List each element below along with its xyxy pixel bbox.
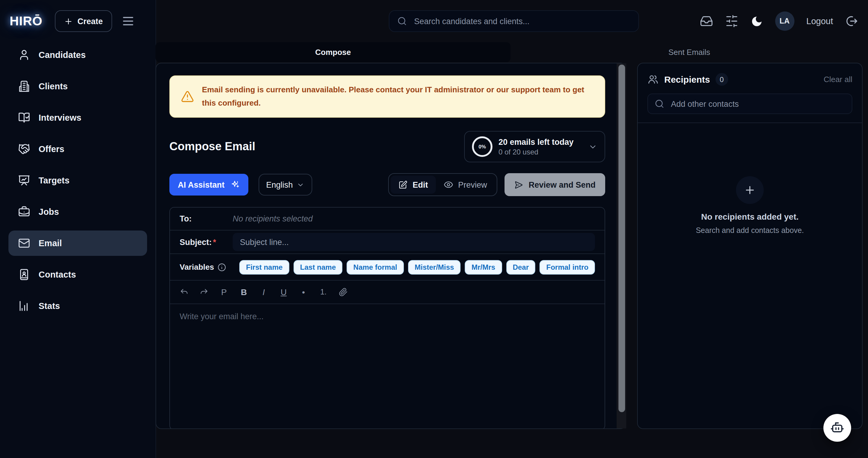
review-and-send-button[interactable]: Review and Send xyxy=(504,173,605,196)
robot-icon xyxy=(830,420,845,436)
redo-icon[interactable] xyxy=(196,284,212,300)
email-body-input[interactable] xyxy=(170,304,604,429)
variable-chip-formal-intro[interactable]: Formal intro xyxy=(540,260,595,274)
contacts-search[interactable] xyxy=(647,93,852,114)
handshake-icon xyxy=(18,143,30,155)
info-icon[interactable] xyxy=(218,263,226,271)
sidebar-item-label: Clients xyxy=(38,82,68,91)
recipients-empty-state: No recipients added yet. Search and add … xyxy=(638,123,862,235)
sidebar-item-targets[interactable]: Targets xyxy=(8,168,147,193)
language-dropdown[interactable]: English xyxy=(258,174,312,196)
sidebar-item-label: Jobs xyxy=(38,207,59,217)
sidebar-item-label: Email xyxy=(38,238,62,248)
sidebar-item-label: Targets xyxy=(38,176,70,185)
edit-tab[interactable]: Edit xyxy=(391,176,436,194)
bold-button[interactable]: B xyxy=(236,284,252,300)
app-logo[interactable]: HIRŌ xyxy=(10,14,42,28)
preview-tab-label: Preview xyxy=(458,180,487,189)
menu-icon[interactable] xyxy=(123,13,138,29)
variable-chip-mr-mrs[interactable]: Mr/Mrs xyxy=(465,260,502,274)
tab-compose[interactable]: Compose xyxy=(156,42,510,62)
create-button[interactable]: Create xyxy=(55,10,112,32)
mail-icon xyxy=(18,237,30,249)
undo-icon[interactable] xyxy=(176,284,192,300)
to-label: To: xyxy=(180,214,233,223)
clear-all-button[interactable]: Clear all xyxy=(824,75,852,84)
email-quota-card[interactable]: 0% 20 emails left today 0 of 20 used xyxy=(464,131,605,162)
bullet-list-button[interactable]: • xyxy=(296,284,312,300)
review-and-send-label: Review and Send xyxy=(529,180,595,189)
create-button-label: Create xyxy=(78,17,103,26)
global-search-input[interactable] xyxy=(413,16,630,26)
sidebar: HIRŌ Create Candidates Clients Interview… xyxy=(0,0,156,458)
title-row: Compose Email 0% 20 emails left today 0 … xyxy=(169,131,605,162)
attachment-paperclip-icon[interactable] xyxy=(335,284,351,300)
sidebar-item-label: Offers xyxy=(38,144,64,154)
brand-row: HIRŌ Create xyxy=(0,0,156,42)
compose-scrollbar-track[interactable] xyxy=(617,63,626,428)
search-icon xyxy=(397,16,407,26)
subject-input[interactable] xyxy=(233,233,595,251)
quota-subtitle: 0 of 20 used xyxy=(498,147,582,156)
search-icon xyxy=(655,99,664,109)
logout-icon[interactable] xyxy=(845,15,858,28)
variable-chip-last-name[interactable]: Last name xyxy=(293,260,343,274)
variable-chip-dear[interactable]: Dear xyxy=(506,260,535,274)
compose-panel: Email sending is currently unavailable. … xyxy=(156,63,626,429)
sidebar-item-interviews[interactable]: Interviews xyxy=(8,105,147,130)
assistant-bot-fab[interactable] xyxy=(824,414,851,442)
sidebar-item-label: Interviews xyxy=(38,113,82,122)
empty-state-title: No recipients added yet. xyxy=(701,212,799,222)
preview-tab[interactable]: Preview xyxy=(436,176,495,194)
plus-icon xyxy=(64,17,73,26)
warning-banner-text: Email sending is currently unavailable. … xyxy=(202,83,594,110)
email-form: To: No recipients selected Subject:* Var… xyxy=(169,207,605,429)
add-recipient-plus-icon[interactable] xyxy=(736,176,764,204)
inbox-icon[interactable] xyxy=(700,15,713,28)
ai-assistant-label: AI Assistant xyxy=(178,180,224,189)
avatar[interactable]: LA xyxy=(775,11,794,31)
compose-scrollbar-thumb[interactable] xyxy=(618,64,625,412)
language-value: English xyxy=(266,180,293,189)
sidebar-item-label: Stats xyxy=(38,301,60,311)
page-title: Compose Email xyxy=(169,140,255,153)
dark-mode-moon-icon[interactable] xyxy=(750,15,763,27)
sidebar-item-jobs[interactable]: Jobs xyxy=(8,199,147,225)
edit-tab-label: Edit xyxy=(412,180,428,189)
required-asterisk: * xyxy=(213,237,216,247)
global-search[interactable] xyxy=(389,10,639,32)
sidebar-item-clients[interactable]: Clients xyxy=(8,74,147,99)
quota-progress-ring: 0% xyxy=(472,136,493,157)
variables-label-wrap: Variables xyxy=(180,262,226,271)
chevron-down-icon xyxy=(297,181,304,189)
ordered-list-button[interactable]: 1. xyxy=(315,284,332,300)
ai-assistant-button[interactable]: AI Assistant xyxy=(169,174,248,196)
sidebar-nav: Candidates Clients Interviews Offers Tar… xyxy=(0,42,156,319)
sidebar-item-offers[interactable]: Offers xyxy=(8,136,147,162)
variable-chip-mister-miss[interactable]: Mister/Miss xyxy=(408,260,461,274)
italic-button[interactable]: I xyxy=(255,284,272,300)
underline-button[interactable]: U xyxy=(276,284,292,300)
eye-icon xyxy=(444,180,453,190)
sidebar-item-stats[interactable]: Stats xyxy=(8,293,147,319)
logout-link[interactable]: Logout xyxy=(806,16,833,26)
edit-pencil-icon xyxy=(399,180,408,189)
compose-controls: AI Assistant English Edit Preview Rev xyxy=(169,173,605,196)
warning-banner: Email sending is currently unavailable. … xyxy=(169,76,605,118)
tab-sent-emails[interactable]: Sent Emails xyxy=(510,42,868,62)
sidebar-item-contacts[interactable]: Contacts xyxy=(8,262,147,287)
app-root: HIRŌ Create Candidates Clients Interview… xyxy=(0,0,868,458)
paragraph-button[interactable]: P xyxy=(216,284,232,300)
sidebar-item-candidates[interactable]: Candidates xyxy=(8,42,147,67)
sidebar-item-label: Candidates xyxy=(38,50,86,60)
contact-book-icon xyxy=(18,268,30,281)
variable-chip-name-formal[interactable]: Name formal xyxy=(347,260,404,274)
contacts-search-input[interactable] xyxy=(670,99,845,109)
to-field[interactable]: To: No recipients selected xyxy=(170,207,604,230)
subject-label: Subject:* xyxy=(180,237,233,247)
sidebar-item-email[interactable]: Email xyxy=(8,230,147,256)
variable-chip-first-name[interactable]: First name xyxy=(239,260,289,274)
filters-sliders-icon[interactable] xyxy=(725,15,738,28)
users-icon xyxy=(647,74,659,85)
presentation-chart-icon xyxy=(18,174,30,187)
